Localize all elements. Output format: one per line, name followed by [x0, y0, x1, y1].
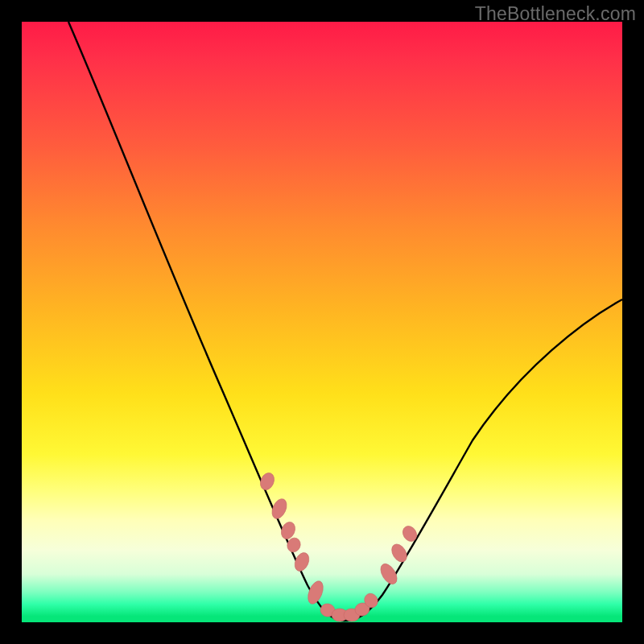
bottleneck-curve: [22, 22, 622, 622]
marker: [305, 579, 326, 606]
marker: [400, 523, 419, 543]
marker: [258, 471, 277, 493]
curve-path: [68, 22, 622, 621]
marker: [378, 561, 400, 587]
chart-frame: TheBottleneck.com: [0, 0, 644, 644]
marker: [389, 542, 410, 565]
marker: [292, 551, 312, 573]
watermark-text: TheBottleneck.com: [475, 3, 636, 25]
curve-markers: [258, 471, 419, 621]
plot-area: [22, 22, 622, 622]
